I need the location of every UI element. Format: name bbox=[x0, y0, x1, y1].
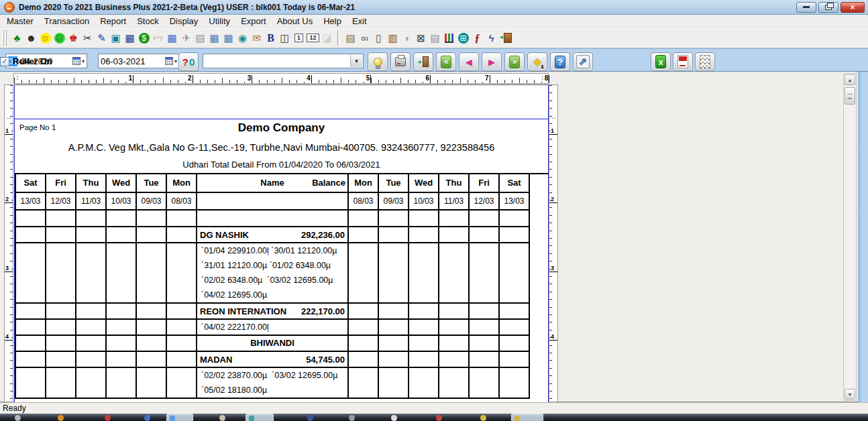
print-button[interactable] bbox=[390, 52, 411, 71]
menu-item-report[interactable]: Report bbox=[95, 15, 131, 27]
scroll-down-button[interactable]: ▼ bbox=[845, 389, 855, 400]
menu-item-transaction[interactable]: Transaction bbox=[39, 15, 95, 27]
table-alt-icon[interactable]: ▦ bbox=[221, 29, 235, 46]
menu-item-export[interactable]: Export bbox=[235, 15, 272, 27]
window-icon[interactable]: ▦ bbox=[123, 29, 137, 46]
function-icon[interactable]: ƒ bbox=[470, 29, 484, 46]
toolbar-grip[interactable] bbox=[3, 30, 7, 46]
page-onetwo-icon[interactable]: 12 bbox=[306, 29, 320, 46]
taskbar-icon[interactable] bbox=[144, 415, 150, 421]
close-preview-button[interactable] bbox=[413, 52, 433, 71]
restore-button[interactable] bbox=[818, 2, 838, 13]
money-bag-icon[interactable]: $ bbox=[137, 29, 151, 46]
margin-handle-icon[interactable]: ↔ bbox=[550, 113, 557, 121]
vertical-scrollbar[interactable]: ▲ ▼ bbox=[843, 73, 857, 401]
search-icon[interactable]: ∞ bbox=[358, 29, 372, 46]
next-page-button[interactable]: ► bbox=[482, 52, 502, 71]
help-button[interactable]: ? bbox=[550, 52, 570, 71]
combo-dropdown-button[interactable]: ▾ bbox=[350, 55, 362, 67]
calendar-dropdown-icon[interactable]: ▾ bbox=[70, 54, 87, 68]
page-one-icon[interactable]: 1 bbox=[292, 29, 306, 46]
menu-item-about-us[interactable]: About Us bbox=[272, 15, 318, 27]
server-export-icon[interactable]: ▤ bbox=[428, 29, 442, 46]
table-day-cell bbox=[439, 320, 470, 335]
cut-icon[interactable]: ✂ bbox=[80, 29, 95, 46]
vertical-ruler-left[interactable]: ↔ 1234 bbox=[4, 84, 13, 402]
taskbar-icon[interactable] bbox=[391, 415, 397, 421]
zoom-button[interactable]: ⇗ bbox=[573, 52, 593, 71]
scrollbar-thumb[interactable] bbox=[845, 87, 855, 105]
calendar-icon[interactable]: ▦ bbox=[165, 29, 179, 46]
menu-item-display[interactable]: Display bbox=[164, 15, 204, 27]
prev-page-button[interactable]: ◄ bbox=[459, 52, 479, 71]
magician-icon[interactable]: ☻ bbox=[24, 29, 38, 46]
taskbar-button[interactable] bbox=[166, 414, 193, 421]
mask-icon[interactable]: ♚ bbox=[66, 29, 80, 46]
happy-smiley-icon[interactable]: ☺ bbox=[38, 29, 52, 46]
exit-icon[interactable] bbox=[498, 29, 512, 46]
comment-icon[interactable]: ◖ bbox=[400, 29, 414, 46]
protractor-icon[interactable]: ✈ bbox=[179, 29, 193, 46]
menu-item-stock[interactable]: Stock bbox=[131, 15, 164, 27]
ruler-toggle[interactable]: ✓ Ruller On bbox=[0, 56, 52, 66]
margin-handle-icon[interactable]: ↕ bbox=[541, 74, 545, 81]
goto-page-button[interactable]: ◆1 bbox=[527, 52, 547, 71]
register-icon[interactable]: ⊠ bbox=[414, 29, 428, 46]
db-add-icon[interactable]: ▤ bbox=[343, 29, 358, 46]
batch-print-button[interactable] bbox=[695, 52, 715, 71]
ruler-checkbox[interactable]: ✓ bbox=[0, 57, 9, 66]
mail-export-icon[interactable]: ✉ bbox=[250, 29, 264, 46]
first-page-button[interactable]: « bbox=[436, 52, 456, 71]
bold-icon[interactable]: B bbox=[264, 29, 278, 46]
edit-voucher-icon[interactable]: ✎ bbox=[95, 29, 109, 46]
palm-tree-icon[interactable]: ♣ bbox=[10, 29, 24, 46]
menu-item-utility[interactable]: Utility bbox=[203, 15, 235, 27]
taskbar-button[interactable] bbox=[246, 414, 274, 421]
taskbar-icon[interactable] bbox=[307, 415, 313, 421]
taskbar-button[interactable] bbox=[511, 414, 543, 421]
bar-chart-icon[interactable] bbox=[442, 29, 456, 46]
report-doc-icon[interactable]: ▯ bbox=[372, 29, 386, 46]
windows-taskbar[interactable] bbox=[0, 414, 868, 421]
columns-icon[interactable]: ◫ bbox=[278, 29, 292, 46]
last-page-button[interactable]: » bbox=[504, 52, 525, 71]
db-transfer-icon[interactable]: ▤ bbox=[193, 29, 207, 46]
dispatch-icon[interactable]: ◉ bbox=[235, 29, 250, 46]
title-bar: Demo 2020 To 2021 Business Plus 2021-2-B… bbox=[0, 0, 868, 15]
margin-handle-icon[interactable]: ↕ bbox=[15, 74, 19, 81]
minimize-button[interactable] bbox=[796, 2, 816, 13]
taskbar-icon[interactable] bbox=[58, 415, 64, 421]
table-day-cell bbox=[76, 352, 107, 367]
menu-item-master[interactable]: Master bbox=[1, 15, 39, 27]
vertical-ruler-right[interactable]: ↔ 1234 bbox=[549, 84, 558, 402]
close-button[interactable]: × bbox=[840, 2, 865, 13]
record-help-button[interactable]: ?0 bbox=[178, 52, 199, 71]
ledger-cabinet-icon[interactable]: ▥ bbox=[386, 29, 400, 46]
date-to-field[interactable]: 06-03-2021 ▾ bbox=[98, 54, 180, 68]
taskbar-icon[interactable] bbox=[219, 415, 225, 421]
taskbar-icon[interactable] bbox=[105, 415, 111, 421]
horizontal-ruler[interactable]: 12345678 bbox=[13, 73, 549, 84]
table-icon[interactable]: ▦ bbox=[207, 29, 221, 46]
calendar-dropdown-icon[interactable]: ▾ bbox=[163, 54, 179, 68]
account-name: DG NASHIK bbox=[200, 230, 249, 240]
excel-export-button[interactable]: x bbox=[651, 52, 671, 71]
taskbar-icon[interactable] bbox=[15, 415, 21, 421]
calculator-icon[interactable]: ⊞ bbox=[456, 29, 470, 46]
taskbar-icon[interactable] bbox=[349, 415, 355, 421]
menu-item-exit[interactable]: Exit bbox=[347, 15, 372, 27]
run-icon[interactable]: ϟ bbox=[484, 29, 498, 46]
table-day-cell bbox=[439, 243, 470, 302]
sad-smiley-icon[interactable]: ☹ bbox=[52, 29, 66, 46]
taskbar-icon[interactable] bbox=[436, 415, 442, 421]
scroll-up-button[interactable]: ▲ bbox=[845, 74, 855, 85]
tips-button[interactable] bbox=[368, 52, 388, 71]
table-day-cell: Thu bbox=[76, 174, 107, 192]
margin-handle-icon[interactable]: ↔ bbox=[5, 113, 13, 121]
account-filter-combo[interactable]: ▾ bbox=[203, 54, 364, 68]
menu-item-help[interactable]: Help bbox=[318, 15, 347, 27]
duplicate-icon[interactable]: ▣ bbox=[109, 29, 123, 46]
margin-guide-line[interactable] bbox=[15, 119, 548, 119]
taskbar-icon[interactable] bbox=[480, 415, 486, 421]
pdf-export-button[interactable] bbox=[673, 52, 693, 71]
